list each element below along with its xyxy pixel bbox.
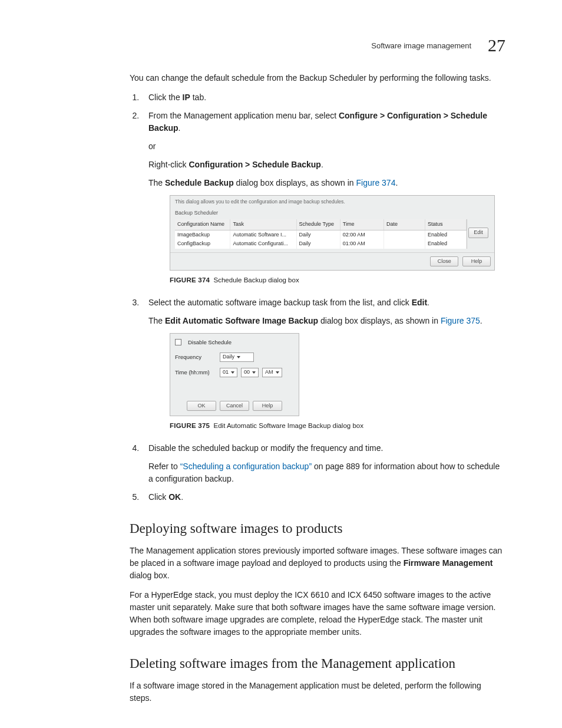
figure-374-link[interactable]: Figure 374 <box>356 178 396 187</box>
deploying-paragraph-2: For a HyperEdge stack, you must deploy t… <box>130 589 505 638</box>
step-2-result: The Schedule Backup dialog box displays,… <box>148 177 505 189</box>
procedure-list: Click the IP tab. From the Management ap… <box>130 91 505 503</box>
chevron-down-icon <box>252 371 256 374</box>
frequency-label: Frequency <box>175 353 216 361</box>
page: Software image management 27 You can cha… <box>0 0 562 728</box>
edit-backup-dialog: Disable Schedule Frequency Daily Time (h… <box>170 333 299 417</box>
chevron-down-icon <box>276 371 279 374</box>
header-topic: Software image management <box>371 41 471 50</box>
ok-button[interactable]: OK <box>187 401 216 411</box>
table-row[interactable]: ImageBackup Automatic Software I... Dail… <box>175 230 467 239</box>
minute-select[interactable]: 00 <box>241 368 259 377</box>
ampm-select[interactable]: AM <box>262 368 282 377</box>
edit-label: Edit <box>412 298 427 307</box>
step-3-result: The Edit Automatic Software Image Backup… <box>148 315 505 327</box>
scheduler-table: Configuration Name Task Schedule Type Ti… <box>175 219 467 249</box>
close-button[interactable]: Close <box>430 256 458 267</box>
dialog-description: This dialog allows you to edit the confi… <box>175 198 490 206</box>
table-header-row: Configuration Name Task Schedule Type Ti… <box>175 219 467 230</box>
col-schedule-type[interactable]: Schedule Type <box>296 219 340 230</box>
col-date[interactable]: Date <box>384 219 425 230</box>
cancel-button[interactable]: Cancel <box>220 401 249 411</box>
ok-label: OK <box>168 492 181 502</box>
step-4: Disable the scheduled backup or modify t… <box>141 442 505 485</box>
table-row[interactable]: ConfigBackup Automatic Configurati... Da… <box>175 239 467 249</box>
chevron-down-icon <box>237 356 240 358</box>
col-status[interactable]: Status <box>425 219 467 230</box>
help-button[interactable]: Help <box>253 401 282 411</box>
running-header: Software image management 27 <box>130 35 505 55</box>
chevron-down-icon <box>231 371 234 374</box>
step-2: From the Management application menu bar… <box>141 110 505 286</box>
deleting-paragraph: If a software image stored in the Manage… <box>130 680 505 704</box>
step-4-reference: Refer to “Scheduling a configuration bac… <box>148 460 505 485</box>
hour-select[interactable]: 01 <box>220 368 237 377</box>
deleting-heading: Deleting software images from the Manage… <box>130 656 505 671</box>
help-button[interactable]: Help <box>462 256 491 267</box>
disable-schedule-checkbox[interactable] <box>175 339 181 345</box>
col-config-name[interactable]: Configuration Name <box>175 219 230 230</box>
step-2-rightclick: Right-click Configuration > Schedule Bac… <box>148 159 505 171</box>
col-time[interactable]: Time <box>340 219 384 230</box>
figure-374-caption: FIGURE 374 Schedule Backup dialog box <box>170 275 505 285</box>
step-1: Click the IP tab. <box>141 91 505 104</box>
figure-375-caption: FIGURE 375 Edit Automatic Software Image… <box>170 421 505 431</box>
step-2-or: or <box>148 140 505 153</box>
schedule-backup-dialog: This dialog allows you to edit the confi… <box>170 195 495 271</box>
chapter-number: 27 <box>488 35 505 55</box>
disable-schedule-label: Disable Schedule <box>188 338 232 347</box>
disable-schedule-row: Disable Schedule <box>175 338 294 347</box>
deploying-heading: Deploying software images to products <box>130 521 505 536</box>
step-3: Select the automatic software image back… <box>141 297 505 431</box>
time-label: Time (hh:mm) <box>175 368 216 377</box>
scheduling-backup-link[interactable]: “Scheduling a configuration backup” <box>180 462 312 471</box>
frequency-select[interactable]: Daily <box>220 353 254 362</box>
intro-paragraph: You can change the default schedule from… <box>130 72 505 84</box>
panel-title: Backup Scheduler <box>175 209 490 218</box>
ip-tab-label: IP <box>183 93 190 102</box>
deploying-paragraph-1: The Management application stores previo… <box>130 545 505 582</box>
figure-375-link[interactable]: Figure 375 <box>441 316 480 325</box>
col-task[interactable]: Task <box>230 219 296 230</box>
edit-button[interactable]: Edit <box>468 228 488 238</box>
step-5: Click OK. <box>141 491 505 503</box>
firmware-management-label: Firmware Management <box>404 558 493 568</box>
